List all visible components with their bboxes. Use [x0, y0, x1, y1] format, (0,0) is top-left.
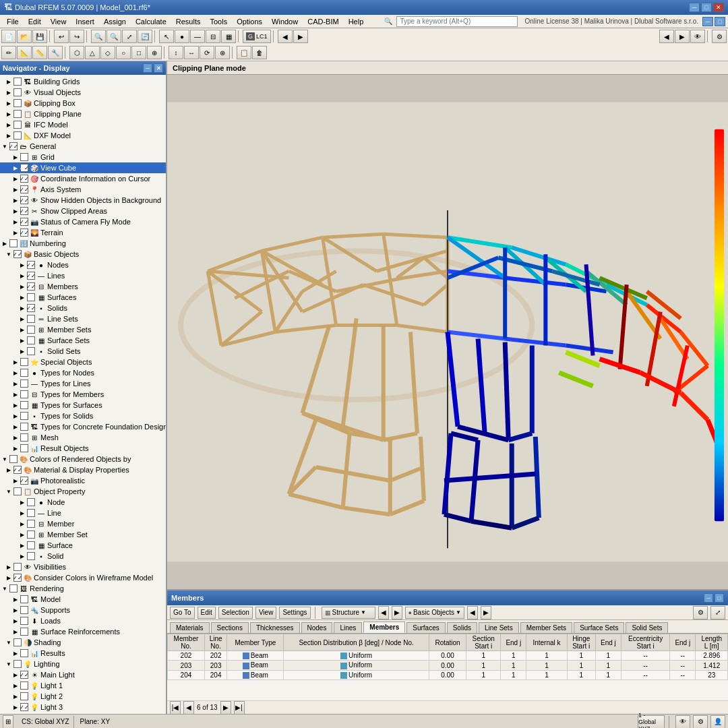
tree-checkbox[interactable] [27, 326, 35, 334]
expand-arrow[interactable]: ▶ [12, 477, 19, 484]
tree-checkbox[interactable]: ✓ [13, 250, 22, 258]
tree-checkbox[interactable] [20, 390, 28, 398]
title-bar-controls[interactable]: ─ □ ✕ [689, 3, 724, 12]
tree-checkbox[interactable]: ✓ [20, 175, 28, 183]
status-view-icon[interactable]: 👁 [675, 715, 690, 729]
tab-solid-sets[interactable]: Solid Sets [626, 622, 668, 633]
expand-arrow[interactable]: ▶ [19, 531, 26, 538]
tree-item-nodes[interactable]: ▶✓●Nodes [0, 260, 166, 270]
menu-file[interactable]: File [3, 17, 23, 26]
edit-btn[interactable]: Edit [198, 607, 216, 619]
tree-item-node[interactable]: ▶●Node [0, 497, 166, 508]
tree-item-member-sets[interactable]: ▶⊞Member Sets [0, 324, 166, 335]
tree-item-ifc-model[interactable]: ▶🏛IFC Model [0, 119, 166, 130]
tb2-btn3[interactable]: 📏 [32, 46, 47, 59]
expand-arrow[interactable]: ▼ [1, 585, 8, 592]
tree-item-lines[interactable]: ▶✓—Lines [0, 270, 166, 281]
tree-checkbox[interactable] [20, 692, 28, 700]
tree-item-rendering[interactable]: ▼🖼Rendering [0, 583, 166, 594]
tree-checkbox[interactable] [27, 541, 35, 549]
tree-checkbox[interactable] [9, 584, 18, 593]
tree-item-results[interactable]: ▶📊Results [0, 648, 166, 659]
expand-arrow[interactable]: ▶ [12, 607, 19, 613]
tree-checkbox[interactable] [27, 530, 35, 539]
tree-checkbox[interactable] [20, 649, 28, 657]
menu-options[interactable]: Options [233, 17, 266, 26]
tree-checkbox[interactable] [13, 660, 22, 668]
expand-arrow[interactable]: ▼ [1, 456, 8, 462]
tree-checkbox[interactable] [13, 487, 22, 495]
tab-surfaces[interactable]: Surfaces [406, 622, 445, 633]
tree-checkbox[interactable] [9, 455, 18, 463]
expand-arrow[interactable]: ▶ [12, 434, 19, 441]
select-btn[interactable]: ↖ [159, 30, 174, 43]
tree-item-surface-sets[interactable]: ▶▦Surface Sets [0, 335, 166, 346]
expand-arrow[interactable]: ▶ [5, 564, 12, 570]
tree-checkbox[interactable] [20, 606, 28, 614]
tree-checkbox[interactable] [27, 498, 35, 506]
tree-item-consider-colors-in-wireframe-model[interactable]: ▶✓🎨Consider Colors in Wireframe Model [0, 572, 166, 583]
tree-item-status-of-camera-fly-mode[interactable]: ▶✓📷Status of Camera Fly Mode [0, 216, 166, 227]
redo-btn[interactable]: ↪ [69, 30, 84, 43]
tree-item-solid-sets[interactable]: ▶▪Solid Sets [0, 346, 166, 357]
expand-arrow[interactable]: ▶ [12, 218, 19, 225]
menu-results[interactable]: Results [172, 17, 205, 26]
menu-view[interactable]: View [47, 17, 71, 26]
g-dropdown[interactable]: G LC1 [243, 30, 271, 43]
tree-item-axis-system[interactable]: ▶✓📍Axis System [0, 184, 166, 195]
tree-checkbox[interactable] [27, 336, 35, 344]
tree-item-visibilities[interactable]: ▶👁Visibilities [0, 562, 166, 572]
tree-item-member[interactable]: ▶⊟Member [0, 518, 166, 529]
expand-arrow[interactable]: ▶ [19, 510, 26, 516]
tree-item-model[interactable]: ▶🏗Model [0, 594, 166, 605]
tree-item-building-grids[interactable]: ▶🏗Building Grids [0, 76, 166, 87]
tree-checkbox[interactable]: ✓ [20, 218, 28, 226]
tb2-btn10[interactable]: ⊕ [147, 46, 162, 59]
tree-checkbox[interactable] [27, 347, 35, 355]
expand-arrow[interactable]: ▶ [12, 628, 19, 635]
tab-surface-sets[interactable]: Surface Sets [574, 622, 624, 633]
expand-arrow[interactable]: ▶ [12, 402, 19, 408]
tb2-btn15[interactable]: 📋 [237, 46, 251, 59]
save-btn[interactable]: 💾 [32, 30, 47, 43]
expand-arrow[interactable]: ▶ [5, 132, 12, 139]
tab-materials[interactable]: Materials [170, 622, 210, 633]
expand-arrow[interactable]: ▶ [19, 315, 26, 322]
expand-arrow[interactable]: ▶ [12, 208, 19, 214]
tb2-btn14[interactable]: ⊛ [215, 46, 230, 59]
tree-item-terrain[interactable]: ▶✓🌄Terrain [0, 227, 166, 238]
tree-item-coordinate-information-on-cursor[interactable]: ▶✓🎯Coordinate Information on Cursor [0, 173, 166, 184]
status-user-icon[interactable]: 👤 [710, 715, 725, 729]
expand-arrow[interactable]: ▶ [12, 682, 19, 689]
expand-arrow[interactable]: ▶ [12, 359, 19, 365]
tree-checkbox[interactable] [13, 110, 22, 118]
tree-checkbox[interactable]: ✓ [13, 466, 22, 474]
expand-arrow[interactable]: ▶ [19, 348, 26, 355]
info-expand-btn[interactable]: □ [715, 17, 725, 26]
info-close-btn[interactable]: ─ [702, 17, 713, 26]
nav-left-btn[interactable]: ◀ [659, 30, 674, 43]
dd-next-btn[interactable]: ▶ [392, 606, 402, 619]
tree-item-photorealistic[interactable]: ▶✓📷Photorealistic [0, 475, 166, 486]
expand-arrow[interactable]: ▶ [19, 520, 26, 527]
tree-item-basic-objects[interactable]: ▼✓📦Basic Objects [0, 249, 166, 260]
tree-item-numbering[interactable]: ▶🔢Numbering [0, 238, 166, 249]
tree-item-solid[interactable]: ▶▪Solid [0, 551, 166, 562]
table-settings-btn[interactable]: ⚙ [693, 606, 708, 619]
status-icon1[interactable]: ⊞ [3, 715, 13, 729]
tree-checkbox[interactable] [20, 444, 28, 452]
tb2-btn7[interactable]: ◇ [100, 46, 115, 59]
expand-arrow[interactable]: ▶ [19, 283, 26, 290]
tree-checkbox[interactable] [20, 401, 28, 409]
tree-checkbox[interactable]: ✓ [20, 477, 28, 485]
table-row[interactable]: 203203BeamUniform0.0011111----1.412 [168, 661, 728, 670]
expand-arrow[interactable]: ▶ [12, 617, 19, 624]
dd-prev-btn[interactable]: ◀ [378, 606, 389, 619]
expand-arrow[interactable]: ▶ [5, 78, 12, 85]
navigator-minimize-btn[interactable]: ─ [143, 63, 152, 73]
line-btn[interactable]: — [190, 30, 205, 43]
tree-item-result-objects[interactable]: ▶📊Result Objects [0, 443, 166, 454]
bottom-panel-minimize-btn[interactable]: ─ [704, 593, 713, 603]
expand-arrow[interactable]: ▶ [12, 154, 19, 160]
expand-arrow[interactable]: ▶ [12, 445, 19, 452]
